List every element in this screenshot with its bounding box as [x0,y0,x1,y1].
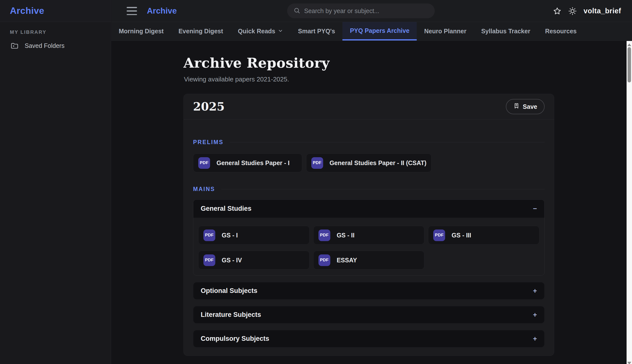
app-logo: Archive [10,6,44,16]
topbar-actions: volta_brief [553,0,621,22]
pdf-badge: PDF [203,254,215,266]
accordion-optional-subjects[interactable]: Optional Subjects + [193,282,545,300]
tab-evening-digest[interactable]: Evening Digest [171,22,231,40]
pdf-badge: PDF [318,254,330,266]
scrollbar-thumb[interactable] [627,47,631,82]
paper-chip-gs-1[interactable]: PDF GS - I [198,226,310,244]
paper-chip-gs-4[interactable]: PDF GS - IV [198,251,310,270]
paper-title: GS - IV [222,257,242,264]
mains-label: MAINS [193,186,215,192]
save-button-label: Save [523,103,537,110]
paper-title: GS - III [451,232,471,239]
prelims-label: PRELIMS [193,139,223,146]
pdf-badge: PDF [198,157,210,169]
sidebar: Archive MY LIBRARY Saved Folders [0,0,111,364]
accordion-literature-subjects[interactable]: Literature Subjects + [193,306,545,324]
tab-quick-reads[interactable]: Quick Reads [231,22,291,40]
content-area: Archive Repository Viewing available pap… [111,41,632,364]
tab-label: Resources [545,28,577,35]
star-icon[interactable] [553,7,561,15]
page-title: Archive Repository [183,55,330,71]
vertical-scrollbar[interactable] [626,41,632,364]
page-header-title: Archive [147,6,177,16]
tab-smart-pyqs[interactable]: Smart PYQ's [291,22,342,40]
expand-plus-icon[interactable]: + [533,312,537,318]
tab-label: Morning Digest [119,28,164,35]
tab-pyq-papers-archive[interactable]: PYQ Papers Archive [342,22,417,40]
tab-syllabus-tracker[interactable]: Syllabus Tracker [474,22,538,40]
paper-title: ESSAY [337,257,357,264]
tab-label: Quick Reads [238,28,275,35]
chevron-down-icon [278,28,283,35]
paper-chip-gs-paper-1[interactable]: PDF General Studies Paper - I [193,154,302,172]
tab-morning-digest[interactable]: Morning Digest [111,22,171,40]
tab-neuro-planner[interactable]: Neuro Planner [417,22,474,40]
paper-chip-gs-2[interactable]: PDF GS - II [313,226,425,244]
pdf-badge: PDF [318,230,330,241]
page-subtitle: Viewing available papers 2021-2025. [184,76,289,83]
library-section-label: MY LIBRARY [10,29,111,35]
tab-label: Smart PYQ's [298,28,335,35]
prelims-section-head: PRELIMS [193,139,545,146]
save-button[interactable]: Save [506,99,545,114]
tab-resources[interactable]: Resources [538,22,584,40]
accordion-title: Compulsory Subjects [201,335,269,342]
tab-label: Evening Digest [179,28,223,35]
sidebar-item-saved-folders[interactable]: Saved Folders [10,42,111,50]
paper-chip-gs-paper-2-csat[interactable]: PDF General Studies Paper - II (CSAT) [306,154,432,172]
topbar: Archive [111,0,632,22]
sun-icon[interactable] [568,7,577,15]
section-divider-line [230,142,545,142]
tab-label: Syllabus Tracker [481,28,530,35]
search-icon [294,7,300,15]
accordion-general-studies-body: PDF GS - I PDF GS - II PDF GS - III [193,218,544,276]
collapse-minus-icon[interactable]: − [533,205,537,212]
expand-plus-icon[interactable]: + [533,335,537,342]
paper-title: General Studies Paper - II (CSAT) [330,160,427,166]
accordion-title: Optional Subjects [201,287,258,295]
accordion-general-studies-header[interactable]: General Studies − [193,200,544,218]
prelims-grid: PDF General Studies Paper - I PDF Genera… [193,154,545,172]
pdf-badge: PDF [433,230,445,241]
year-heading: 2025 [193,100,225,113]
tab-label: PYQ Papers Archive [350,27,409,34]
app-root: Archive MY LIBRARY Saved Folders Archive [0,0,632,364]
sidebar-header: Archive [0,0,111,22]
bookmark-plus-icon [513,103,520,110]
paper-chip-gs-3[interactable]: PDF GS - III [428,226,539,244]
accordion-title: General Studies [201,205,252,212]
mains-section-head: MAINS [193,186,545,192]
main-column: Archive [111,0,632,364]
username[interactable]: volta_brief [584,7,621,15]
paper-chip-essay[interactable]: PDF ESSAY [313,251,425,270]
search-bar[interactable] [287,4,435,18]
scroll-down-arrow-icon[interactable] [627,362,631,364]
search-input[interactable] [304,8,428,14]
year-card-2025: 2025 Save PRELIMS [183,94,554,356]
paper-title: GS - II [337,232,354,239]
pdf-badge: PDF [203,230,215,241]
year-card-body: PRELIMS PDF General Studies Paper - I PD… [184,139,554,348]
folder-icon [10,42,19,50]
accordion-title: Literature Subjects [201,311,261,318]
scroll-up-arrow-icon[interactable] [627,44,631,46]
sidebar-item-label: Saved Folders [25,42,65,49]
hamburger-icon[interactable] [127,7,137,15]
accordion-general-studies: General Studies − PDF GS - I PDF [193,200,545,276]
expand-plus-icon[interactable]: + [533,288,537,294]
pdf-badge: PDF [311,157,323,169]
year-card-header: 2025 Save [184,94,554,120]
paper-title: GS - I [222,232,238,239]
general-studies-grid: PDF GS - I PDF GS - II PDF GS - III [198,226,539,270]
tab-bar: Morning Digest Evening Digest Quick Read… [111,22,632,41]
section-divider-line [221,189,545,189]
paper-title: General Studies Paper - I [217,160,290,166]
accordion-compulsory-subjects[interactable]: Compulsory Subjects + [193,330,545,348]
tab-label: Neuro Planner [424,28,466,35]
